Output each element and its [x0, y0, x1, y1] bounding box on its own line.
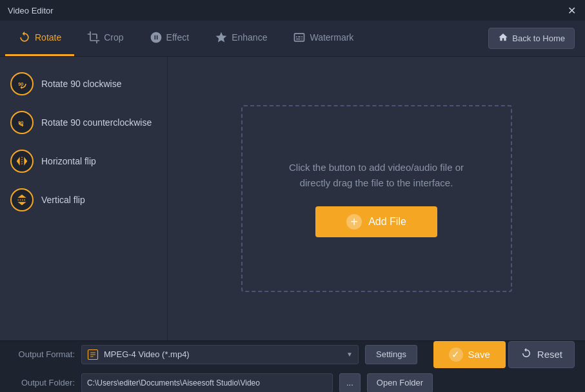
- svg-marker-7: [17, 195, 26, 198]
- app-title: Video Editor: [8, 6, 54, 15]
- svg-marker-4: [17, 157, 20, 165]
- rotate-tab-icon: [18, 31, 31, 44]
- tab-effect[interactable]: Effect: [137, 21, 203, 56]
- add-file-plus-icon: +: [346, 214, 362, 230]
- sidebar-item-rotate-cw[interactable]: 90 Rotate 90 clockwise: [0, 64, 167, 103]
- tab-effect-label: Effect: [166, 32, 190, 43]
- tab-bar: Rotate Crop Effect Enhance: [0, 21, 585, 57]
- hflip-label: Horizontal flip: [41, 156, 96, 166]
- close-button[interactable]: ✕: [566, 5, 577, 16]
- rotate-ccw-icon: 90: [10, 111, 34, 134]
- save-check-icon: ✓: [449, 348, 463, 362]
- drop-area-text: Click the button to add video/audio file…: [289, 160, 464, 191]
- crop-tab-icon: [87, 31, 100, 44]
- svg-text:90: 90: [18, 81, 23, 87]
- add-file-button[interactable]: + Add File: [315, 206, 437, 237]
- svg-marker-8: [17, 202, 26, 205]
- output-folder-label: Output Folder:: [10, 378, 75, 387]
- vflip-icon: [10, 188, 34, 211]
- tab-watermark-label: Watermark: [310, 32, 353, 43]
- main-content: 90 Rotate 90 clockwise 90 Rotate 90 coun…: [0, 57, 585, 340]
- reset-label: Reset: [537, 349, 562, 360]
- title-bar: Video Editor ✕: [0, 0, 585, 21]
- bottom-bar: Output Format: MPEG-4 Video (*.mp4) ▼ Se…: [0, 340, 585, 392]
- sidebar: 90 Rotate 90 clockwise 90 Rotate 90 coun…: [0, 57, 168, 340]
- folder-row: Output Folder: C:\Users\editer\Documents…: [10, 373, 575, 393]
- format-select-inner: MPEG-4 Video (*.mp4): [87, 349, 346, 360]
- back-home-icon: [498, 32, 508, 44]
- add-file-label: Add File: [368, 216, 406, 228]
- enhance-tab-icon: [215, 31, 228, 44]
- back-to-home-label: Back to Home: [512, 34, 565, 43]
- format-select[interactable]: MPEG-4 Video (*.mp4) ▼: [81, 345, 359, 364]
- tab-crop[interactable]: Crop: [74, 21, 136, 56]
- format-dropdown-arrow: ▼: [346, 351, 353, 358]
- effect-tab-icon: [150, 31, 163, 44]
- tab-crop-label: Crop: [104, 32, 123, 43]
- format-row: Output Format: MPEG-4 Video (*.mp4) ▼ Se…: [10, 341, 575, 368]
- tab-rotate-label: Rotate: [35, 32, 61, 43]
- sidebar-item-vflip[interactable]: Vertical flip: [0, 181, 167, 219]
- rotate-ccw-label: Rotate 90 counterclockwise: [41, 117, 152, 128]
- settings-button[interactable]: Settings: [365, 345, 417, 364]
- tab-enhance-label: Enhance: [232, 32, 267, 43]
- tab-enhance[interactable]: Enhance: [202, 21, 280, 56]
- action-buttons: ✓ Save Reset: [433, 341, 575, 368]
- drop-area-container: Click the button to add video/audio file…: [168, 57, 585, 340]
- sidebar-item-hflip[interactable]: Horizontal flip: [0, 142, 167, 181]
- watermark-tab-icon: [293, 31, 306, 44]
- save-button[interactable]: ✓ Save: [433, 341, 506, 368]
- vflip-label: Vertical flip: [41, 195, 85, 205]
- output-format-label: Output Format:: [10, 349, 75, 359]
- tab-rotate[interactable]: Rotate: [5, 21, 74, 56]
- folder-path-text: C:\Users\editer\Documents\Aiseesoft Stud…: [87, 378, 327, 387]
- rotate-cw-icon: 90: [10, 72, 34, 95]
- svg-marker-5: [24, 157, 27, 165]
- rotate-cw-label: Rotate 90 clockwise: [41, 79, 122, 89]
- reset-button[interactable]: Reset: [508, 341, 575, 368]
- folder-dots-button[interactable]: ...: [339, 373, 361, 393]
- folder-path: C:\Users\editer\Documents\Aiseesoft Stud…: [81, 373, 333, 393]
- open-folder-button[interactable]: Open Folder: [367, 373, 433, 393]
- reset-icon: [521, 348, 532, 361]
- hflip-icon: [10, 150, 34, 173]
- format-value: MPEG-4 Video (*.mp4): [104, 349, 190, 359]
- drop-area[interactable]: Click the button to add video/audio file…: [241, 105, 512, 292]
- back-to-home-button[interactable]: Back to Home: [488, 28, 575, 49]
- save-label: Save: [468, 349, 490, 360]
- sidebar-item-rotate-ccw[interactable]: 90 Rotate 90 counterclockwise: [0, 103, 167, 142]
- tab-watermark[interactable]: Watermark: [280, 21, 366, 56]
